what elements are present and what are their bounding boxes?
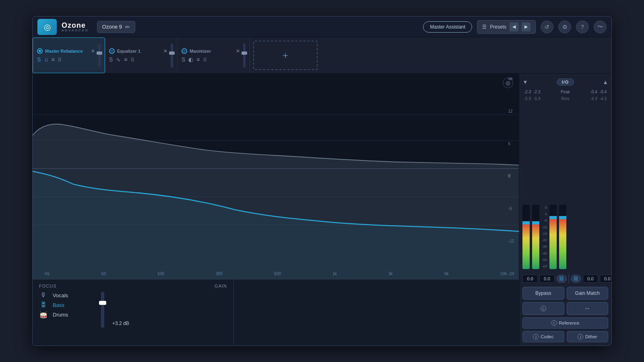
in-val-right[interactable]: 0.0: [539, 275, 555, 283]
peak-label: Peak: [561, 90, 570, 94]
out-left-peak-val: -0.4: [590, 90, 597, 94]
module-name: Master Rebalance: [45, 49, 83, 53]
meter-bar-out-right: [559, 205, 566, 269]
module-power-max[interactable]: [182, 48, 187, 54]
history-button[interactable]: ↺: [541, 21, 553, 33]
in-left-rms-val: -5.9: [524, 97, 531, 101]
out-val-right[interactable]: 0.0: [600, 275, 611, 283]
io-arrows-right: ▲: [603, 79, 608, 85]
solo-icon-eq[interactable]: S: [109, 56, 113, 63]
dither-button[interactable]: ℹ Dither: [567, 331, 609, 342]
in-right-rms-val: -5.9: [533, 97, 540, 101]
db-label-12: 12: [508, 109, 514, 113]
reference-button[interactable]: ℹ Reference: [522, 317, 608, 329]
module-fader-3[interactable]: [243, 43, 246, 68]
gain-value-display: +3.2 dB: [112, 292, 129, 328]
meter-thumb-in-left[interactable]: [522, 221, 530, 224]
codec-button[interactable]: ℹ Codec: [522, 331, 564, 342]
dither-icon: ℹ: [578, 334, 583, 339]
module-close-max[interactable]: ✕: [236, 48, 240, 54]
gain-header: Gain: [215, 284, 227, 288]
freq-hz: Hz: [45, 272, 50, 276]
module-fader-1[interactable]: [98, 43, 101, 68]
presets-area: ☰ Presets ◀ ▶: [477, 20, 536, 34]
meter-out-right: [559, 205, 566, 269]
module-icons: S ♫ ≡ ⁞⁞: [37, 56, 95, 63]
wave-button[interactable]: 〜: [594, 21, 607, 33]
in-link-button[interactable]: ⛓: [556, 275, 567, 283]
list-icon[interactable]: ≡: [52, 56, 55, 63]
arrow-button[interactable]: ↔: [567, 302, 609, 315]
menu-icon: ☰: [482, 24, 487, 30]
module-maximizer[interactable]: Maximizer ✕ S ◐ ≡ ⁞⁞: [178, 37, 250, 73]
list-icon-max[interactable]: ≡: [196, 56, 200, 63]
db-40: -40: [542, 251, 547, 255]
out-link-button[interactable]: ⛓: [571, 275, 581, 283]
in-val-left[interactable]: 0.0: [522, 275, 538, 283]
meter-in-right: [532, 205, 539, 269]
preset-selector[interactable]: Ozone 9 ✏: [97, 21, 135, 33]
solo-icon-max[interactable]: S: [182, 56, 185, 63]
module-close-eq[interactable]: ✕: [163, 48, 167, 54]
bass-icon: 🎛: [39, 301, 48, 309]
module-info: Master Rebalance ✕ S ♫ ≡ ⁞⁞: [37, 48, 95, 63]
meter-thumb-out-right[interactable]: [559, 216, 566, 219]
brand-sub: Advanced: [62, 29, 89, 32]
bypass-button[interactable]: Bypass: [522, 287, 564, 300]
arrow-icon: ↔: [584, 305, 590, 312]
center-area: ◎: [33, 74, 519, 346]
meter-bar-in-left: [522, 205, 530, 269]
gain-match-button[interactable]: Gain Match: [567, 287, 609, 300]
module-master-rebalance[interactable]: Master Rebalance ✕ S ♫ ≡ ⁞⁞: [33, 37, 105, 73]
solo-icon[interactable]: S: [37, 56, 41, 63]
module-fader-2[interactable]: [171, 43, 173, 68]
out-val-left[interactable]: 0.0: [583, 275, 598, 283]
grid-icon-max[interactable]: ⁞⁞: [203, 56, 206, 63]
drums-label: Drums: [53, 312, 81, 318]
db-scale-labels: 0 -3 -6 -10 -15 -20 -30 -40 -50 -inf: [542, 205, 547, 269]
db-label-neg6: -6: [508, 206, 514, 211]
module-icons-eq: S ∿ ≡ ⁞⁞: [109, 56, 167, 63]
list-icon-eq[interactable]: ≡: [124, 56, 127, 63]
module-equalizer-1[interactable]: Equalizer 1 ✕ S ∿ ≡ ⁞⁞: [105, 37, 178, 73]
bass-label: Bass: [53, 302, 81, 308]
gain-slider[interactable]: [101, 292, 104, 328]
gain-slider-container: [101, 292, 104, 328]
db-10: -10: [542, 225, 547, 229]
module-info-max: Maximizer ✕ S ◐ ≡ ⁞⁞: [182, 48, 240, 63]
bottom-btns-row-2: ℹ Codec ℹ Dither: [522, 331, 608, 342]
logo-box: ◎: [37, 19, 57, 35]
in-right-peak-val: -2.3: [533, 90, 540, 94]
presets-next-button[interactable]: ▶: [522, 23, 530, 31]
add-module-button[interactable]: +: [253, 41, 318, 70]
meter-fill-in-left: [522, 223, 530, 269]
db-label-neg24: -24: [508, 272, 514, 276]
io-minus-button[interactable]: −: [569, 274, 569, 283]
module-close-btn[interactable]: ✕: [91, 48, 95, 54]
grid-icon-eq[interactable]: ⁞⁞: [131, 56, 134, 63]
focus-item-drums[interactable]: 🥁 Drums: [39, 311, 81, 319]
focus-header: FOCUS Gain: [39, 284, 227, 288]
spectrum-y-labels: dB 12 6 0 -6 -12 -24: [508, 74, 514, 279]
brand-name: Ozone: [62, 22, 89, 29]
focus-item-bass[interactable]: 🎛 Bass: [39, 301, 81, 309]
link-icon-in: ⛓: [559, 276, 564, 282]
settings-button[interactable]: ⚙: [558, 21, 571, 33]
meter-out-left: [549, 205, 557, 269]
dither-label: Dither: [585, 334, 597, 339]
rms-label: Rms: [561, 97, 570, 101]
help-button[interactable]: ?: [576, 21, 589, 33]
app-window: ◎ Ozone Advanced Ozone 9 ✏ Master Assist…: [32, 16, 612, 346]
module-power-eq[interactable]: [109, 48, 115, 54]
master-assistant-button[interactable]: Master Assistant: [423, 21, 472, 33]
meter-thumb-in-right[interactable]: [532, 221, 539, 224]
grid-icon[interactable]: ⁞⁞: [58, 56, 61, 63]
io-in-values-row: 0.0 0.0 ⛓ − + ⛓ 0.0 0.0: [522, 273, 608, 284]
module-power-btn[interactable]: [37, 48, 43, 54]
presets-prev-button[interactable]: ◀: [510, 23, 518, 31]
compare-button[interactable]: ◎: [522, 302, 564, 315]
reference-label: Reference: [559, 321, 580, 325]
focus-item-vocals[interactable]: 🎙 Vocals: [39, 292, 81, 299]
meter-thumb-out-left[interactable]: [549, 216, 557, 219]
freq-1k: 1k: [332, 272, 337, 276]
